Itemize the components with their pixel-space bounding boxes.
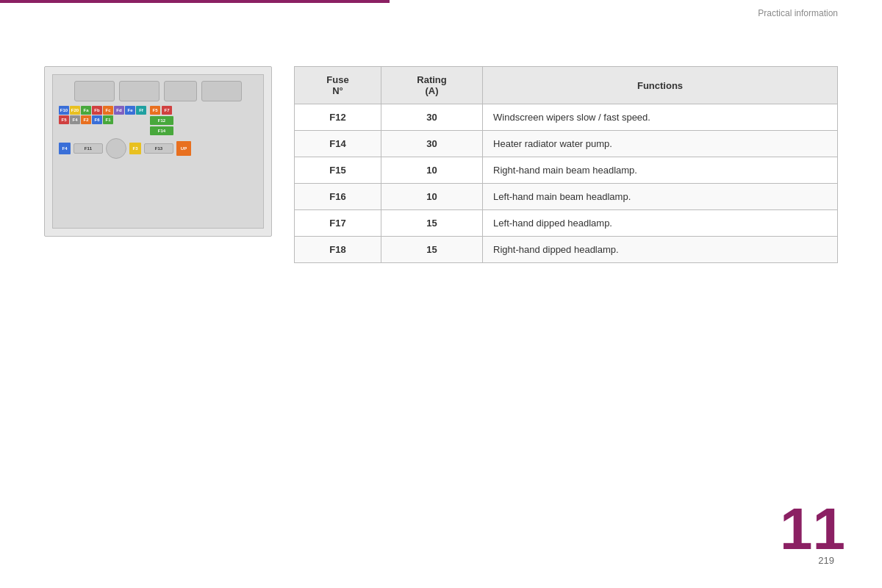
fuse-relay-circle: [106, 138, 126, 159]
fuse-function: Left-hand main beam headlamp.: [483, 184, 838, 210]
fuse-rating: 30: [381, 131, 482, 157]
fuse-diagram: F10 F20 Fa Fb Fc Fd Fe Ff F5 F4 F2 F6 F1: [44, 66, 272, 237]
fuse-large-3: [164, 81, 197, 101]
fuse-rating: 10: [381, 184, 482, 210]
fuse-fd: Fd: [114, 106, 124, 115]
fuse-rating: 30: [381, 104, 482, 131]
fuse-row-r3: F14: [150, 126, 173, 135]
table-row: F1715Left-hand dipped headlamp.: [295, 210, 838, 237]
fuse-f3: F3: [129, 143, 141, 154]
fuse-fb: Fb: [92, 106, 102, 115]
fuse-middle-section: F10 F20 Fa Fb Fc Fd Fe Ff F5 F4 F2 F6 F1: [59, 106, 257, 135]
table-row: F1430Heater radiator water pump.: [295, 131, 838, 157]
fuse-bottom-section: F4 F11 F3 F13 UP: [59, 138, 257, 159]
accent-bar: [0, 0, 390, 3]
fuse-id: F16: [295, 184, 381, 210]
fuse-f7: F7: [162, 106, 172, 115]
fuse-top-row: [59, 81, 257, 101]
fuse-ff: Ff: [136, 106, 146, 115]
fuse-col-left: F10 F20 Fa Fb Fc Fd Fe Ff F5 F4 F2 F6 F1: [59, 106, 147, 124]
fuse-rating: 15: [381, 210, 482, 237]
fuse-f1: F1: [103, 115, 113, 124]
col-header-fuse: FuseN°: [295, 67, 381, 104]
fuse-f4: F4: [70, 115, 80, 124]
fuse-id: F17: [295, 210, 381, 237]
fuse-function: Windscreen wipers slow / fast speed.: [483, 104, 838, 131]
fuse-function: Heater radiator water pump.: [483, 131, 838, 157]
fuse-f4-bottom: F4: [59, 143, 71, 154]
fuse-id: F18: [295, 237, 381, 263]
fuse-large-4: [201, 81, 242, 101]
fuse-rating: 15: [381, 237, 482, 263]
col-header-functions: Functions: [483, 67, 838, 104]
fuse-id: F14: [295, 131, 381, 157]
page-number: 219: [818, 555, 834, 566]
fuse-f10: F10: [59, 106, 69, 115]
fuse-row-r2: F12: [150, 116, 173, 125]
fuse-fa: Fa: [81, 106, 91, 115]
fuse-f20: F20: [70, 106, 80, 115]
fuse-col-right: F5 F7 F12 F14: [150, 106, 173, 135]
fuse-large-2: [119, 81, 159, 101]
top-bar: [0, 0, 882, 6]
fuse-f14-colored: F14: [150, 126, 173, 135]
fuse-f2: F2: [81, 115, 91, 124]
main-content: F10 F20 Fa Fb Fc Fd Fe Ff F5 F4 F2 F6 F1: [44, 66, 838, 263]
fuse-rating: 10: [381, 157, 482, 184]
fuse-id: F15: [295, 157, 381, 184]
fuse-table: FuseN° Rating(A) Functions F1230Windscre…: [294, 66, 838, 263]
chapter-number: 11: [780, 500, 845, 559]
fuse-f11-group: F11: [74, 143, 103, 154]
fuse-function: Left-hand dipped headlamp.: [483, 210, 838, 237]
table-row: F1230Windscreen wipers slow / fast speed…: [295, 104, 838, 131]
fuse-id: F12: [295, 104, 381, 131]
fuse-fc: Fc: [103, 106, 113, 115]
table-row: F1610Left-hand main beam headlamp.: [295, 184, 838, 210]
fuse-row-r1: F5 F7: [150, 106, 173, 115]
fuse-large-1: [74, 81, 115, 101]
fuse-f5-left: F5: [59, 115, 69, 124]
table-row: F1815Right-hand dipped headlamp.: [295, 237, 838, 263]
table-row: F1510Right-hand main beam headlamp.: [295, 157, 838, 184]
fuse-function: Right-hand dipped headlamp.: [483, 237, 838, 263]
fuse-diagram-inner: F10 F20 Fa Fb Fc Fd Fe Ff F5 F4 F2 F6 F1: [52, 74, 264, 229]
fuse-up: UP: [176, 141, 191, 156]
fuse-f11: F11: [74, 143, 103, 154]
fuse-f6-b: F6: [92, 115, 102, 124]
fuse-function: Right-hand main beam headlamp.: [483, 157, 838, 184]
col-header-rating: Rating(A): [381, 67, 482, 104]
page-header: Practical information: [758, 7, 838, 18]
fuse-fe: Fe: [125, 106, 135, 115]
section-label: Practical information: [758, 8, 838, 18]
fuse-f12-colored: F12: [150, 116, 173, 125]
fuse-f5-r: F5: [150, 106, 160, 115]
fuse-f13: F13: [144, 143, 173, 154]
